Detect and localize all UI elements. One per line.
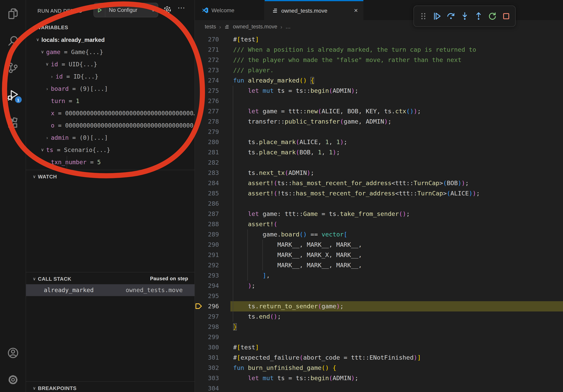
toolbar-drag-grip[interactable]: [418, 12, 428, 21]
debug-settings-gear-icon[interactable]: [163, 5, 172, 15]
variable-row[interactable]: x = 000000000000000000000000000000000000…: [26, 107, 194, 119]
line-number[interactable]: 284: [195, 178, 219, 188]
code-line[interactable]: 295: [195, 291, 563, 301]
line-number[interactable]: 274: [195, 75, 219, 86]
line-number[interactable]: 288: [195, 219, 219, 229]
account-icon[interactable]: [7, 347, 19, 359]
line-number[interactable]: 294: [195, 281, 219, 291]
line-number[interactable]: 304: [195, 383, 219, 392]
tab-owned-tests-move[interactable]: owned_tests.move ×: [265, 0, 363, 20]
breadcrumb-item-symbol[interactable]: …: [285, 24, 291, 30]
explorer-icon[interactable]: [7, 8, 19, 20]
line-number[interactable]: 273: [195, 65, 219, 75]
code-line[interactable]: 286: [195, 198, 563, 209]
line-number[interactable]: 279: [195, 127, 219, 137]
restart-button[interactable]: [487, 12, 497, 21]
variable-row[interactable]: txn_number = 5: [26, 156, 194, 168]
variables-section-header[interactable]: ∨ VARIABLES: [26, 21, 194, 33]
line-number[interactable]: 285: [195, 188, 219, 198]
line-number[interactable]: 291: [195, 250, 219, 260]
line-number[interactable]: 276: [195, 96, 219, 106]
breakpoints-section-header[interactable]: ∨ BREAKPOINTS: [26, 382, 194, 392]
line-number[interactable]: 298: [195, 322, 219, 332]
variable-row[interactable]: ∨game = Game{...}: [26, 46, 194, 58]
line-number[interactable]: 272: [195, 55, 219, 65]
variable-row[interactable]: ∨id = UID{...}: [26, 58, 194, 70]
code-line[interactable]: 271/// When a position is already marked…: [195, 45, 563, 55]
step-out-button[interactable]: [474, 12, 483, 21]
code-line[interactable]: 304: [195, 383, 563, 392]
code-line[interactable]: 277 let game = ttt::new(ALICE, BOB, KEY,…: [195, 106, 563, 117]
call-stack-section-header[interactable]: ∨ CALL STACK Paused on step: [26, 273, 194, 285]
continue-button[interactable]: [432, 12, 442, 21]
watch-section-header[interactable]: ∨ WATCH: [26, 170, 194, 182]
line-number[interactable]: 270: [195, 34, 219, 45]
step-over-button[interactable]: [446, 12, 456, 21]
code-line[interactable]: 275 let mut ts = ts::begin(ADMIN);: [195, 86, 563, 96]
code-line[interactable]: 270#[test]: [195, 34, 563, 45]
code-line[interactable]: 284 assert!(ts::has_most_recent_for_addr…: [195, 178, 563, 188]
source-control-icon[interactable]: [7, 62, 19, 74]
variable-row[interactable]: turn = 1: [26, 95, 194, 107]
code-line[interactable]: 278 transfer::public_transfer(game, ADMI…: [195, 117, 563, 127]
line-number[interactable]: 299: [195, 332, 219, 342]
code-line[interactable]: 285 assert!(!ts::has_most_recent_for_add…: [195, 188, 563, 198]
code-line[interactable]: 279: [195, 127, 563, 137]
step-into-button[interactable]: [460, 12, 469, 21]
code-line-current[interactable]: 296 ts.return_to_sender(game);: [195, 301, 563, 312]
variable-row[interactable]: ›board = (9)[...]: [26, 82, 194, 95]
line-number[interactable]: 297: [195, 312, 219, 322]
tab-welcome[interactable]: Welcome: [195, 0, 265, 20]
code-line[interactable]: 272/// the player who made the "false" m…: [195, 55, 563, 65]
search-icon[interactable]: [7, 35, 19, 47]
extensions-icon[interactable]: [7, 117, 19, 129]
code-line[interactable]: 303 let mut ts = ts::begin(ADMIN);: [195, 373, 563, 383]
line-number[interactable]: 302: [195, 363, 219, 373]
close-icon[interactable]: ×: [354, 7, 358, 15]
breadcrumb-item-tests[interactable]: tests: [205, 24, 216, 30]
code-line[interactable]: 283 ts.next_tx(ADMIN);: [195, 168, 563, 178]
line-number[interactable]: 289: [195, 229, 219, 240]
code-line[interactable]: 293 ],: [195, 270, 563, 281]
code-line[interactable]: 298}: [195, 322, 563, 332]
code-editor[interactable]: 270#[test]271/// When a position is alre…: [195, 33, 563, 392]
line-number[interactable]: 293: [195, 270, 219, 281]
code-line[interactable]: 297 ts.end();: [195, 312, 563, 322]
start-debug-icon[interactable]: [94, 3, 105, 17]
line-number[interactable]: 287: [195, 209, 219, 219]
line-number[interactable]: 300: [195, 342, 219, 353]
code-line[interactable]: 299: [195, 332, 563, 342]
line-number[interactable]: 275: [195, 86, 219, 96]
line-number[interactable]: 303: [195, 373, 219, 383]
launch-config-dropdown[interactable]: No Configur ∨: [93, 3, 158, 17]
line-number[interactable]: 290: [195, 240, 219, 250]
settings-gear-icon[interactable]: [7, 374, 19, 386]
variable-row[interactable]: ∨locals: already_marked: [26, 34, 194, 46]
code-line[interactable]: 288 assert!(: [195, 219, 563, 229]
variable-row[interactable]: ›admin = (0)[...]: [26, 131, 194, 144]
code-line[interactable]: 289 game.board() == vector[: [195, 229, 563, 240]
code-line[interactable]: 302fun burn_unfinished_game() {: [195, 363, 563, 373]
call-stack-frame-row[interactable]: already_marked owned_tests.move: [26, 284, 194, 296]
line-number[interactable]: 282: [195, 157, 219, 168]
code-line[interactable]: 273/// player.: [195, 65, 563, 75]
code-line[interactable]: 280 ts.place_mark(ALICE, 1, 1);: [195, 137, 563, 147]
run-and-debug-icon[interactable]: 1: [7, 89, 19, 101]
stop-button[interactable]: [501, 12, 511, 21]
line-number[interactable]: 281: [195, 147, 219, 157]
variable-row[interactable]: ∨ts = Scenario{...}: [26, 144, 194, 156]
code-line[interactable]: 274fun already_marked() {: [195, 75, 563, 86]
line-number[interactable]: 301: [195, 353, 219, 363]
code-line[interactable]: 291 MARK__, MARK_X, MARK__,: [195, 250, 563, 260]
line-number[interactable]: 295: [195, 291, 219, 301]
code-line[interactable]: 294 );: [195, 281, 563, 291]
line-number[interactable]: 286: [195, 198, 219, 209]
code-line[interactable]: 301#[expected_failure(abort_code = ttt::…: [195, 353, 563, 363]
line-number[interactable]: 271: [195, 45, 219, 55]
variable-row[interactable]: o = 000000000000000000000000000000000000…: [26, 119, 194, 131]
code-line[interactable]: 282: [195, 157, 563, 168]
code-line[interactable]: 287 let game: ttt::Game = ts.take_from_s…: [195, 209, 563, 219]
code-line[interactable]: 276: [195, 96, 563, 106]
line-number[interactable]: 292: [195, 260, 219, 270]
line-number[interactable]: 283: [195, 168, 219, 178]
